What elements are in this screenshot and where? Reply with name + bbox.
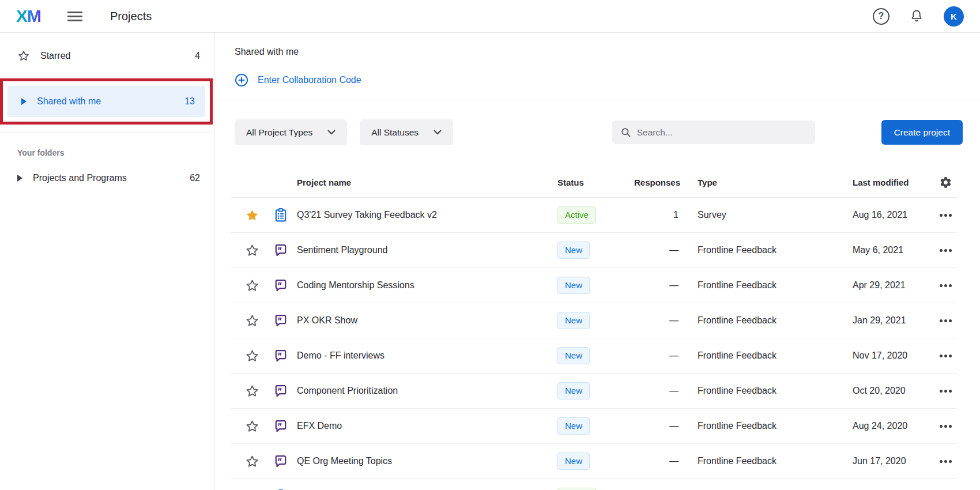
- project-type-icon-cell: [273, 243, 289, 258]
- star-toggle[interactable]: [231, 208, 273, 223]
- main-content: Shared with me Enter Collaboration Code …: [214, 33, 980, 490]
- red-annotation-box: Shared with me 13: [0, 78, 213, 125]
- star-toggle[interactable]: [231, 243, 273, 258]
- status-badge: Active: [557, 206, 596, 224]
- row-actions-menu[interactable]: [940, 355, 952, 357]
- row-actions-menu[interactable]: [940, 425, 952, 428]
- status-badge: New: [557, 312, 590, 329]
- sidebar-item-label: Projects and Programs: [33, 173, 127, 183]
- sidebar-item-projects-and-programs[interactable]: Projects and Programs 62: [0, 163, 214, 193]
- frontline-feedback-icon: [273, 243, 288, 258]
- responses-count: —: [634, 386, 686, 396]
- help-icon[interactable]: ?: [873, 8, 889, 25]
- project-name[interactable]: Demo - FF interviews: [289, 350, 553, 361]
- column-header-modified[interactable]: Last modified: [847, 178, 934, 187]
- project-name[interactable]: Sentiment Playground: [289, 245, 553, 255]
- responses-count: —: [634, 280, 686, 291]
- responses-count: 1: [634, 210, 686, 220]
- star-toggle[interactable]: [231, 384, 273, 398]
- column-header-responses[interactable]: Responses: [634, 178, 686, 187]
- project-type: Frontline Feedback: [686, 315, 847, 326]
- xm-logo[interactable]: XM: [16, 6, 41, 26]
- search-box[interactable]: [612, 120, 815, 144]
- sidebar-item-shared-with-me[interactable]: Shared with me 13: [7, 86, 205, 117]
- project-type: Frontline Feedback: [686, 421, 847, 431]
- frontline-feedback-icon: [273, 313, 288, 328]
- last-modified: Oct 20, 2020: [847, 386, 934, 396]
- project-type-icon-cell: [273, 383, 289, 398]
- star-outline-icon: [245, 278, 259, 293]
- status-badge: New: [557, 242, 590, 259]
- star-outline-icon: [17, 50, 30, 62]
- frontline-feedback-icon: [273, 419, 288, 434]
- last-modified: Apr 29, 2021: [847, 280, 934, 291]
- last-modified: Jan 29, 2021: [847, 315, 934, 326]
- project-name[interactable]: Coding Mentorship Sessions: [289, 280, 553, 291]
- frontline-feedback-icon: [273, 454, 288, 469]
- star-toggle[interactable]: [231, 278, 273, 293]
- top-bar: XM Projects ? K: [0, 0, 980, 33]
- table-row[interactable]: Demo - FF interviews New — Frontline Fee…: [231, 338, 957, 374]
- last-modified: May 6, 2021: [847, 245, 934, 255]
- star-toggle[interactable]: [231, 454, 273, 469]
- chevron-right-icon[interactable]: [17, 175, 22, 182]
- create-project-button[interactable]: Create project: [881, 120, 963, 145]
- table-row[interactable]: Component Prioritization New — Frontline…: [231, 374, 957, 409]
- project-type: Frontline Feedback: [686, 386, 847, 396]
- column-header-status[interactable]: Status: [553, 178, 634, 187]
- enter-collaboration-code-link[interactable]: Enter Collaboration Code: [235, 73, 361, 87]
- row-actions-menu[interactable]: [940, 460, 952, 463]
- project-name[interactable]: Component Prioritization: [289, 386, 553, 396]
- hamburger-menu-icon[interactable]: [67, 9, 82, 24]
- star-outline-icon: [245, 419, 259, 434]
- project-type: Frontline Feedback: [686, 280, 847, 291]
- star-outline-icon: [245, 243, 259, 258]
- last-modified: Nov 17, 2020: [847, 350, 934, 361]
- table-row[interactable]: QE Org Meeting Topics New — Frontline Fe…: [231, 444, 957, 479]
- star-toggle[interactable]: [231, 349, 273, 363]
- column-header-type[interactable]: Type: [686, 178, 847, 187]
- project-types-filter[interactable]: All Project Types: [235, 119, 347, 145]
- table-row[interactable]: Coding Mentorship Sessions New — Frontli…: [231, 268, 957, 303]
- star-filled-icon: [245, 208, 259, 223]
- column-header-name[interactable]: Project name: [289, 178, 553, 187]
- project-type-icon-cell: [273, 313, 289, 328]
- table-row[interactable]: PX OKR Show New — Frontline Feedback Jan…: [231, 303, 957, 338]
- star-toggle[interactable]: [231, 419, 273, 434]
- search-input[interactable]: [637, 127, 807, 138]
- responses-count: —: [634, 456, 686, 466]
- last-modified: Aug 24, 2020: [847, 421, 934, 431]
- avatar[interactable]: K: [944, 6, 964, 27]
- notifications-bell-icon[interactable]: [909, 9, 924, 24]
- row-actions-menu[interactable]: [940, 390, 952, 393]
- row-actions-menu[interactable]: [940, 214, 952, 217]
- project-name[interactable]: QE Org Meeting Topics: [289, 456, 553, 466]
- table-header-row: Project name Status Responses Type Last …: [231, 167, 957, 198]
- sidebar-divider: [0, 133, 214, 133]
- table-settings-gear-icon[interactable]: [934, 176, 957, 189]
- responses-count: —: [634, 350, 686, 361]
- frontline-feedback-icon: [273, 348, 288, 363]
- project-type-icon-cell: [273, 348, 289, 363]
- project-name[interactable]: PX OKR Show: [289, 315, 553, 326]
- chevron-right-icon[interactable]: [21, 98, 27, 105]
- status-badge: New: [557, 382, 590, 399]
- table-row[interactable]: EFX Demo New — Frontline Feedback Aug 24…: [231, 409, 957, 444]
- statuses-filter[interactable]: All Statuses: [360, 119, 453, 145]
- row-actions-menu[interactable]: [940, 249, 952, 252]
- row-actions-menu[interactable]: [940, 284, 952, 287]
- page-title: Projects: [110, 10, 152, 23]
- your-folders-label: Your folders: [17, 148, 214, 157]
- row-actions-menu[interactable]: [940, 319, 952, 322]
- project-name[interactable]: EFX Demo: [289, 421, 553, 431]
- table-row[interactable]: Q3'21 Survey Taking Feedback v2 Active 1…: [231, 198, 957, 233]
- project-name[interactable]: Q3'21 Survey Taking Feedback v2: [289, 210, 553, 220]
- star-outline-icon: [245, 349, 259, 363]
- sidebar-item-starred[interactable]: Starred 4: [0, 41, 214, 71]
- table-row[interactable]: Active: [231, 479, 957, 490]
- star-toggle[interactable]: [231, 314, 273, 328]
- sidebar-item-label: Starred: [40, 51, 70, 61]
- status-badge: New: [557, 277, 590, 294]
- sidebar-item-count: 62: [190, 173, 200, 183]
- table-row[interactable]: Sentiment Playground New — Frontline Fee…: [231, 233, 957, 268]
